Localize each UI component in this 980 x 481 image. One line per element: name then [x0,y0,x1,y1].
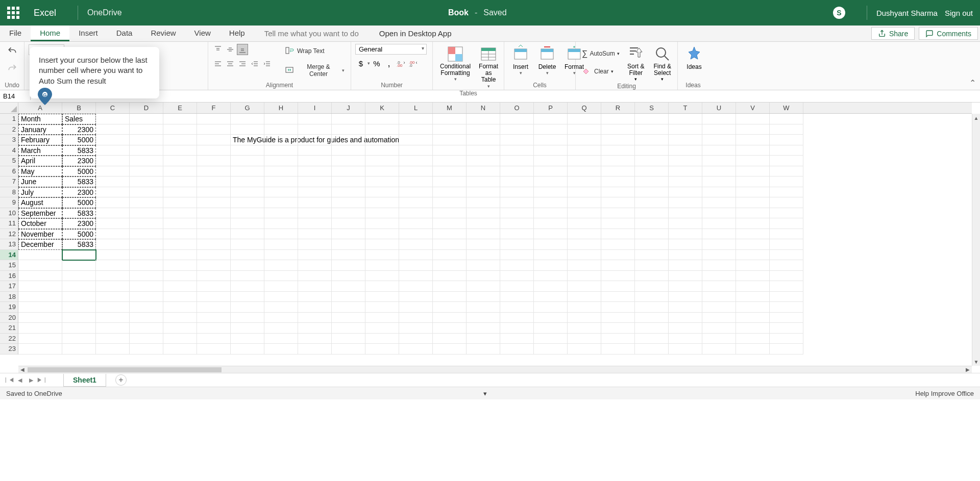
cell[interactable] [231,323,264,334]
cell[interactable] [568,145,601,156]
cell[interactable] [231,208,264,219]
cell[interactable] [433,313,467,323]
cell[interactable] [635,229,669,240]
cell[interactable] [568,323,601,334]
cell[interactable] [467,135,500,145]
cell[interactable] [231,239,264,250]
cell[interactable] [163,208,197,219]
cell[interactable] [197,344,231,355]
cell[interactable] [702,124,736,135]
cell[interactable] [130,187,163,198]
cell[interactable] [298,166,332,177]
cell[interactable] [332,197,365,208]
column-header[interactable]: D [130,103,163,113]
cell[interactable] [433,334,467,344]
cell[interactable] [770,313,803,323]
cell[interactable] [635,187,669,198]
cell[interactable] [298,323,332,334]
cell[interactable] [601,145,635,156]
cell[interactable] [96,250,130,261]
sort-filter-button[interactable]: Sort & Filter▾ [624,44,648,83]
cell[interactable] [399,145,433,156]
cell[interactable] [770,208,803,219]
cell[interactable] [163,218,197,229]
cell[interactable] [18,271,62,282]
cell[interactable] [365,197,399,208]
cell[interactable] [264,313,298,323]
cell[interactable] [332,187,365,198]
accounting-format-button[interactable]: $ [355,58,366,69]
cell[interactable] [298,334,332,344]
cell[interactable] [399,135,433,145]
percent-format-button[interactable]: % [371,58,382,69]
cell[interactable] [500,114,534,124]
cell[interactable] [197,292,231,302]
cell[interactable] [264,135,298,145]
cell[interactable] [534,302,568,313]
cell[interactable] [332,166,365,177]
cell[interactable] [669,334,702,344]
cell[interactable] [736,218,770,229]
row-header[interactable]: 17 [0,281,18,292]
cell[interactable] [163,292,197,302]
cell[interactable] [231,218,264,229]
cell[interactable] [635,302,669,313]
cell[interactable] [702,145,736,156]
cell[interactable] [467,166,500,177]
cell[interactable] [736,334,770,344]
cell[interactable] [96,145,130,156]
cell[interactable] [264,260,298,271]
column-header[interactable]: Q [568,103,601,113]
cell[interactable] [467,313,500,323]
cell[interactable] [365,218,399,229]
cell[interactable] [500,176,534,187]
cell[interactable]: 2300 [62,187,96,198]
column-header[interactable]: P [534,103,568,113]
cell[interactable] [500,166,534,177]
cell[interactable] [534,208,568,219]
cell[interactable] [534,334,568,344]
cell[interactable] [96,229,130,240]
cell[interactable] [197,323,231,334]
increase-indent-button[interactable] [261,58,273,69]
cell[interactable] [433,187,467,198]
cell[interactable] [18,334,62,344]
cell[interactable] [770,334,803,344]
cell[interactable] [264,271,298,282]
cell[interactable] [197,176,231,187]
cell[interactable] [601,166,635,177]
cell[interactable] [298,156,332,166]
cell[interactable] [736,323,770,334]
cell[interactable] [264,166,298,177]
cell[interactable] [635,166,669,177]
cell[interactable] [332,250,365,261]
find-select-button[interactable]: Find & Select▾ [650,44,675,83]
cell[interactable] [298,260,332,271]
cell[interactable] [163,166,197,177]
cell[interactable] [130,166,163,177]
cell[interactable] [231,313,264,323]
cell[interactable] [197,250,231,261]
cell[interactable]: November [18,229,62,240]
row-header[interactable]: 1 [0,114,18,124]
cell[interactable] [568,176,601,187]
cell[interactable] [736,166,770,177]
cell[interactable] [298,114,332,124]
cell[interactable] [264,156,298,166]
cell[interactable] [500,281,534,292]
cell[interactable] [702,313,736,323]
cell[interactable] [534,250,568,261]
cell[interactable] [500,218,534,229]
cell[interactable] [467,145,500,156]
cell[interactable] [534,187,568,198]
cell[interactable] [467,250,500,261]
column-header[interactable]: M [433,103,467,113]
cell[interactable] [298,124,332,135]
cell[interactable] [635,323,669,334]
cell[interactable] [399,114,433,124]
row-header[interactable]: 11 [0,218,18,229]
cell[interactable] [601,292,635,302]
cell[interactable] [500,145,534,156]
cell[interactable] [62,281,96,292]
cell[interactable] [601,344,635,355]
